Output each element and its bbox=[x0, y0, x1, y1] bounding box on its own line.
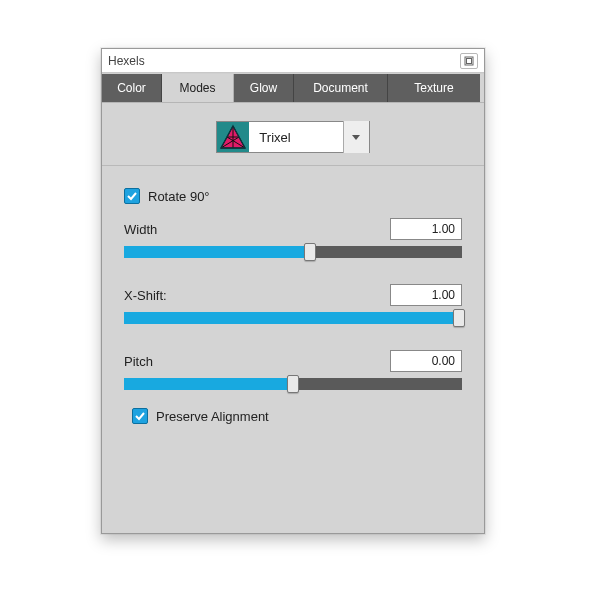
tab-texture[interactable]: Texture bbox=[388, 74, 480, 102]
pitch-track[interactable] bbox=[124, 378, 462, 390]
pitch-value-input[interactable] bbox=[390, 350, 462, 372]
xshift-fill bbox=[124, 312, 459, 324]
tab-glow[interactable]: Glow bbox=[234, 74, 294, 102]
mode-dropdown-button[interactable] bbox=[343, 121, 369, 153]
trixel-icon bbox=[217, 122, 249, 152]
width-track[interactable] bbox=[124, 246, 462, 258]
preserve-alignment-label: Preserve Alignment bbox=[156, 409, 269, 424]
width-value-input[interactable] bbox=[390, 218, 462, 240]
chevron-down-icon bbox=[351, 132, 361, 142]
width-slider: Width bbox=[124, 218, 462, 258]
mode-label: Trixel bbox=[249, 130, 342, 145]
tabs: Color Modes Glow Document Texture bbox=[102, 73, 484, 103]
xshift-thumb[interactable] bbox=[453, 309, 465, 327]
width-fill bbox=[124, 246, 310, 258]
tab-document[interactable]: Document bbox=[294, 74, 388, 102]
collapse-button[interactable] bbox=[460, 53, 478, 69]
rotate-90-checkbox[interactable]: Rotate 90° bbox=[124, 188, 470, 204]
mode-select[interactable]: Trixel bbox=[216, 121, 369, 153]
panel-body: Trixel Rotate 90° Width bbox=[102, 103, 484, 444]
width-label: Width bbox=[124, 222, 157, 237]
xshift-track[interactable] bbox=[124, 312, 462, 324]
width-thumb[interactable] bbox=[304, 243, 316, 261]
hexels-panel: Hexels Color Modes Glow Document Texture bbox=[101, 48, 485, 534]
checkbox-on-icon bbox=[132, 408, 148, 424]
pitch-slider: Pitch bbox=[124, 350, 462, 390]
window-title: Hexels bbox=[108, 54, 145, 68]
tab-color[interactable]: Color bbox=[102, 74, 162, 102]
tab-modes[interactable]: Modes bbox=[162, 74, 234, 102]
preserve-alignment-checkbox[interactable]: Preserve Alignment bbox=[132, 408, 470, 424]
svg-marker-4 bbox=[352, 135, 360, 140]
xshift-slider: X-Shift: bbox=[124, 284, 462, 324]
collapse-icon bbox=[464, 56, 474, 66]
xshift-label: X-Shift: bbox=[124, 288, 167, 303]
svg-rect-1 bbox=[467, 58, 472, 63]
checkbox-on-icon bbox=[124, 188, 140, 204]
titlebar: Hexels bbox=[102, 49, 484, 73]
rotate-90-label: Rotate 90° bbox=[148, 189, 210, 204]
pitch-label: Pitch bbox=[124, 354, 153, 369]
pitch-thumb[interactable] bbox=[287, 375, 299, 393]
separator bbox=[102, 165, 484, 166]
pitch-fill bbox=[124, 378, 293, 390]
xshift-value-input[interactable] bbox=[390, 284, 462, 306]
